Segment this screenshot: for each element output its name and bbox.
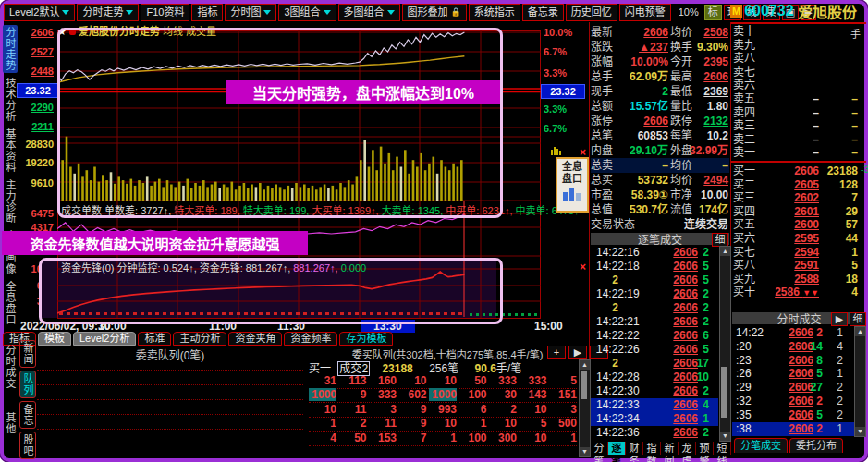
sidebar-tab-3[interactable]: 主力诊断 bbox=[3, 177, 18, 225]
sell-level-row[interactable]: 卖六 bbox=[733, 79, 865, 92]
queue-cell[interactable]: 1000 bbox=[309, 388, 336, 401]
tick-row[interactable]: 14:22:1626062 bbox=[591, 246, 718, 260]
queue-cell[interactable]: 11 bbox=[369, 417, 397, 430]
tick-row[interactable]: 14:22:2226066 bbox=[591, 329, 718, 343]
queue-cell[interactable]: 10 bbox=[429, 374, 457, 387]
queue-cell[interactable]: 100 bbox=[459, 432, 487, 444]
queue-cell[interactable]: 993 bbox=[429, 403, 457, 416]
zoom-in-button[interactable]: + bbox=[547, 346, 566, 359]
menu-item-7[interactable]: 图形叠加🔒 bbox=[402, 4, 467, 21]
tick-scrollbar[interactable]: ▲ ▼ bbox=[719, 246, 731, 442]
queue-cell[interactable]: 9 bbox=[399, 417, 427, 430]
buy-level-row[interactable]: 买一260623188-3 bbox=[733, 164, 865, 178]
queue-scrollbar[interactable]: ▲ ▼ bbox=[579, 359, 591, 457]
play-button[interactable]: ▶ bbox=[568, 346, 587, 359]
scroll-up-icon[interactable]: ▲ bbox=[855, 327, 865, 336]
scroll-up-icon[interactable]: ▲ bbox=[580, 360, 590, 370]
menu-item-5[interactable]: 3图组合 bbox=[278, 4, 336, 21]
minute-row[interactable]: :292606272 bbox=[732, 381, 854, 395]
queue-cell[interactable]: 9 bbox=[399, 403, 427, 416]
tick-row[interactable]: 14:22:3426061 bbox=[591, 412, 718, 426]
tick-row[interactable]: 14:22:3326064 bbox=[591, 398, 718, 412]
scroll-up-icon[interactable]: ▲ bbox=[720, 247, 730, 256]
menu-item-3[interactable]: 指标 bbox=[191, 4, 223, 21]
queue-cell[interactable]: 602 bbox=[399, 388, 427, 401]
buy-level-row[interactable]: 买九258818 bbox=[733, 273, 865, 286]
tick-row[interactable]: 14:22:3026062 bbox=[591, 384, 718, 398]
sell-level-row[interactable]: 卖二–– bbox=[733, 133, 865, 147]
toolbar-button-资金夹角[interactable]: 资金夹角 bbox=[228, 332, 282, 346]
queue-cell[interactable]: 1000 bbox=[429, 388, 457, 401]
sidebar-tab-5[interactable]: 全息盘口 bbox=[3, 279, 18, 327]
scroll-down-icon[interactable]: ▼ bbox=[855, 427, 865, 436]
queue-cell[interactable]: 31 bbox=[309, 374, 336, 387]
toolbar-button-资金频率[interactable]: 资金频率 bbox=[284, 332, 337, 346]
queue-cell[interactable]: 143 bbox=[520, 388, 547, 401]
tick-tab-指数[interactable]: 指数 bbox=[643, 442, 661, 455]
menu-item-4[interactable]: 分时图 bbox=[225, 4, 276, 21]
queue-cell[interactable]: 5 bbox=[549, 374, 577, 387]
queue-cell[interactable]: 7 bbox=[399, 432, 427, 444]
buy-level-row[interactable]: 买十2586 ▼▼4 bbox=[733, 286, 865, 299]
tick-row[interactable]: 2260617 bbox=[591, 357, 718, 371]
sell-level-row[interactable]: 卖七 bbox=[733, 66, 865, 79]
queue-cell[interactable]: 500 bbox=[549, 417, 577, 430]
scroll-down-icon[interactable]: ▼ bbox=[720, 432, 730, 441]
queue-cell[interactable]: 160 bbox=[369, 374, 397, 387]
tick-row[interactable]: 14:22:1826065 bbox=[591, 260, 718, 274]
menu-item-1[interactable]: 分时走势 bbox=[77, 4, 139, 21]
queue-cell[interactable]: 333 bbox=[520, 374, 547, 387]
queue-cell[interactable]: 30 bbox=[489, 388, 517, 401]
inner-tab-队列[interactable]: 队列 bbox=[19, 371, 36, 398]
toolbar-button-Level2分析[interactable]: Level2分析 bbox=[73, 332, 136, 346]
tick-tab-新闻[interactable]: 新闻 bbox=[661, 442, 679, 455]
toolbar-button-标准[interactable]: 标准 bbox=[138, 332, 171, 346]
tick-row[interactable]: 14:22:28260610 bbox=[591, 371, 718, 384]
queue-cell[interactable]: 333 bbox=[369, 388, 397, 401]
sidebar-bottom-tab-1[interactable]: 其他 bbox=[3, 403, 18, 444]
tick-tab-分笔[interactable]: 分笔 bbox=[591, 442, 608, 455]
queue-cell[interactable]: 10 bbox=[429, 417, 457, 430]
queue-cell[interactable]: 153 bbox=[369, 432, 397, 444]
mode-button-标[interactable]: 标 bbox=[704, 5, 722, 20]
sell-level-row[interactable]: 卖十 bbox=[733, 25, 865, 39]
tick-tab-预警[interactable]: 预警 bbox=[696, 442, 714, 455]
toolbar-button-主动分析[interactable]: 主动分析 bbox=[173, 332, 226, 346]
queue-cell[interactable]: 113 bbox=[339, 374, 367, 387]
queue-cell[interactable]: 1 bbox=[549, 432, 577, 444]
sidebar-tab-2[interactable]: 基本资料 bbox=[3, 127, 18, 175]
buy-level-row[interactable]: 买六259544 bbox=[733, 232, 865, 246]
queue-cell[interactable]: 4 bbox=[309, 432, 336, 444]
toolbar-button-模板[interactable]: 模板 bbox=[38, 332, 71, 346]
inner-tab-新闻[interactable]: 新闻 bbox=[19, 340, 36, 368]
sidebar-tab-0[interactable]: 分时走势 bbox=[3, 25, 18, 73]
queue-cell[interactable]: 6 bbox=[459, 403, 487, 416]
queue-cell[interactable]: 10 bbox=[489, 417, 517, 430]
scroll-thumb[interactable] bbox=[721, 367, 727, 418]
sell-level-row[interactable]: 卖三–– bbox=[733, 119, 865, 133]
toolbar-button-存为模板[interactable]: 存为模板 bbox=[339, 332, 393, 346]
queue-cell[interactable]: 10 bbox=[309, 403, 336, 416]
tick-row[interactable]: 226065 bbox=[591, 274, 718, 287]
sell-level-row[interactable]: 卖四–– bbox=[733, 106, 865, 120]
tick-row[interactable]: 226062 bbox=[591, 301, 718, 315]
star-icon[interactable]: ★ bbox=[57, 26, 67, 37]
minute-row[interactable]: 14:22260621 bbox=[732, 326, 854, 340]
detail-button[interactable]: 细 bbox=[712, 233, 728, 247]
queue-cell[interactable]: 1 bbox=[429, 432, 457, 444]
queue-cell[interactable]: 10 bbox=[520, 403, 547, 416]
play-button[interactable]: ▶ bbox=[831, 312, 848, 326]
close-icon[interactable]: × bbox=[580, 261, 586, 274]
intraday-chart[interactable] bbox=[57, 23, 541, 319]
sell-level-row[interactable]: 卖一–– bbox=[733, 146, 865, 160]
buy-level-row[interactable]: 买五260057 bbox=[733, 218, 865, 232]
menu-item-0[interactable]: Level2默认 bbox=[4, 4, 75, 21]
queue-cell[interactable]: 100 bbox=[459, 388, 487, 401]
buy-level-row[interactable]: 买七25941 bbox=[733, 246, 865, 260]
minute-tab-委托分布[interactable]: 委托分布 bbox=[789, 438, 843, 453]
detail-button[interactable]: 细 bbox=[850, 312, 866, 326]
minute-row[interactable]: :32260622 bbox=[732, 395, 854, 408]
tick-tab-逐笔[interactable]: 逐笔 bbox=[608, 442, 626, 455]
sidebar-bottom-tab-0[interactable]: 分时成交 bbox=[3, 334, 18, 399]
tick-row[interactable]: 14:22:2626065 bbox=[591, 343, 718, 357]
